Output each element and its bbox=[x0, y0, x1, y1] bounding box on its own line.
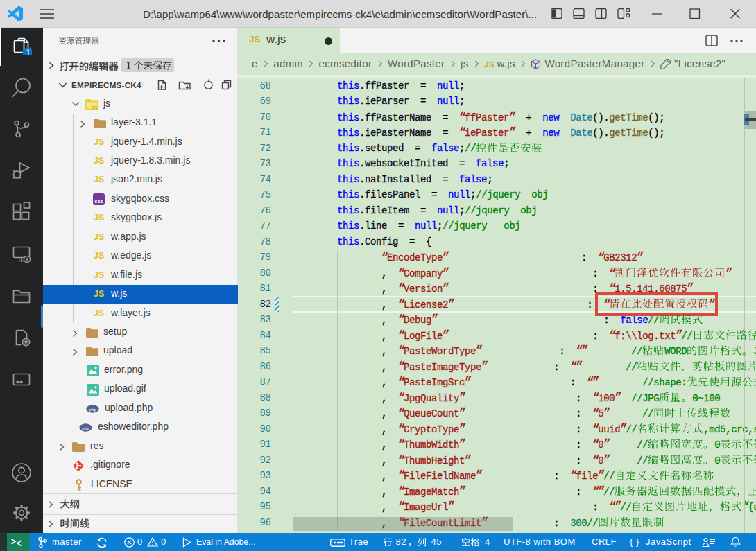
svg-text:JS: JS bbox=[91, 104, 98, 110]
svg-text:css: css bbox=[94, 198, 103, 204]
svg-text:1: 1 bbox=[26, 48, 31, 55]
svg-text:php: php bbox=[81, 426, 89, 430]
svg-text:php: php bbox=[88, 406, 96, 411]
